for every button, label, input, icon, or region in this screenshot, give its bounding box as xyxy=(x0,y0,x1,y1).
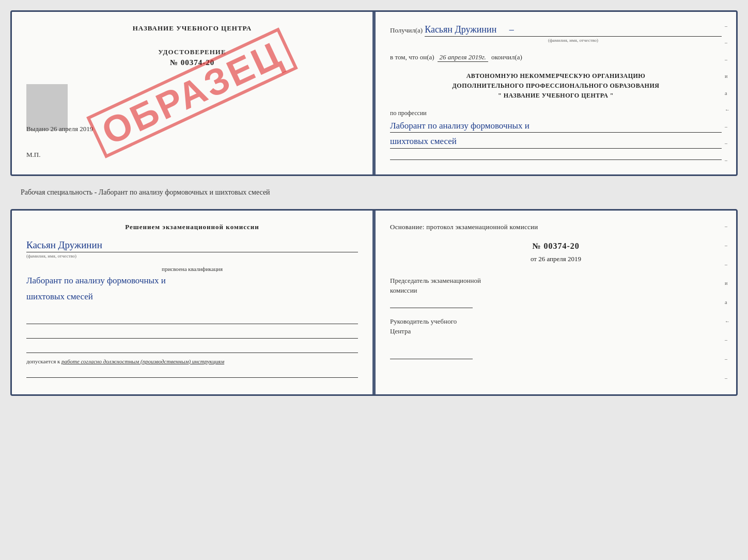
bottom-cert-left-page: Решением экзаменационной комиссии Касьян… xyxy=(12,211,376,394)
predsedatel-line1: Председатель экзаменационной xyxy=(390,276,722,286)
osnovanie-title: Основание: протокол экзаменационной коми… xyxy=(390,223,722,231)
page-wrapper: НАЗВАНИЕ УЧЕБНОГО ЦЕНТРА УДОСТОВЕРЕНИЕ №… xyxy=(10,10,738,396)
right-side-labels: – – – и а ← – – – xyxy=(725,12,731,174)
hor-line-2 xyxy=(26,328,358,339)
obrazec-stamp: ОБРАЗЕЦ xyxy=(86,28,298,159)
avt-block: АВТОНОМНУЮ НЕКОММЕРЧЕСКУЮ ОРГАНИЗАЦИЮ ДО… xyxy=(390,71,722,101)
rukovoditel-line2: Центра xyxy=(390,326,722,337)
top-cert-left-page: НАЗВАНИЕ УЧЕБНОГО ЦЕНТРА УДОСТОВЕРЕНИЕ №… xyxy=(12,12,376,174)
ot-label: от xyxy=(531,255,537,263)
fio-subtitle: (фамилия, имя, отчество) xyxy=(425,38,722,43)
bottom-right-side-labels: – – – и а ← – – – xyxy=(725,211,731,394)
fio-sub-bottom: (фамилия, имя, отчество) xyxy=(26,253,358,259)
predsedatel-block: Председатель экзаменационной комиссии xyxy=(390,276,722,308)
kasyan-name-bottom: Касьян Дружинин xyxy=(26,239,358,252)
kvali-line2: шихтовых смесей xyxy=(26,290,358,303)
vydano-line: Выдано 26 апреля 2019 xyxy=(26,125,93,133)
rukovoditel-signature-line xyxy=(390,347,473,359)
separator-text: Рабочая специальность - Лаборант по анал… xyxy=(10,184,738,201)
professiya-line2: шихтовых смесей xyxy=(390,135,722,149)
top-cert-right-page: Получил(a) Касьян Дружинин – (фамилия, и… xyxy=(376,12,736,174)
poluchil-label: Получил(a) xyxy=(390,26,423,35)
udost-label: УДОСТОВЕРЕНИЕ xyxy=(158,48,226,56)
vydano-label: Выдано xyxy=(26,125,49,133)
professiya-line1: Лаборант по анализу формовочных и xyxy=(390,119,722,133)
dopuskaetsya-prefix: допускается к xyxy=(26,358,60,364)
prisvoena-label: присвоена квалификация xyxy=(26,266,358,272)
professiya-underline xyxy=(390,151,722,160)
hor-line-3 xyxy=(26,343,358,353)
resheniem-title: Решением экзаменационной комиссии xyxy=(26,223,358,231)
vydano-date: 26 апреля 2019 xyxy=(51,125,93,133)
avt-line1: АВТОНОМНУЮ НЕКОММЕРЧЕСКУЮ ОРГАНИЗАЦИЮ xyxy=(390,71,722,81)
dopuskaetsya-text: допускается к работе согласно должностны… xyxy=(26,358,358,364)
bottom-underlines xyxy=(26,314,358,353)
rukovoditel-block: Руководитель учебного Центра xyxy=(390,316,722,359)
vtom-prefix: в том, что он(а) xyxy=(390,53,434,61)
photo-placeholder xyxy=(26,84,68,131)
protokol-ot: от 26 апреля 2019 xyxy=(390,255,722,263)
predsedatel-signature-line xyxy=(390,296,473,308)
bottom-cert-right-page: Основание: протокол экзаменационной коми… xyxy=(376,211,736,394)
udostoverenie-block: УДОСТОВЕРЕНИЕ № 00374-20 xyxy=(26,48,358,67)
poluchil-name: Касьян Дружинин – xyxy=(425,24,722,37)
vtom-date: 26 апреля 2019г. xyxy=(438,53,488,62)
udost-number: № 00374-20 xyxy=(170,58,214,67)
rukovoditel-line1: Руководитель учебного xyxy=(390,316,722,327)
mp-label: М.П. xyxy=(26,151,40,159)
okonchil-label: окончил(а) xyxy=(491,53,522,61)
protokol-number: № 00374-20 xyxy=(390,242,722,251)
hor-line-4 xyxy=(26,367,358,378)
kvali-line1: Лаборант по анализу формовочных и xyxy=(26,274,358,287)
predsedatel-line2: комиссии xyxy=(390,285,722,296)
bottom-certificate-book: Решением экзаменационной комиссии Касьян… xyxy=(10,209,738,396)
avt-name: " НАЗВАНИЕ УЧЕБНОГО ЦЕНТРА " xyxy=(390,91,722,101)
hor-line-1 xyxy=(26,314,358,324)
dopusk-text: работе согласно должностным (производств… xyxy=(61,358,224,364)
ot-date: 26 апреля 2019 xyxy=(538,255,581,263)
po-professii-label: по профессии xyxy=(390,109,722,117)
cert-title: НАЗВАНИЕ УЧЕБНОГО ЦЕНТРА xyxy=(26,24,358,33)
avt-line2: ДОПОЛНИТЕЛЬНОГО ПРОФЕССИОНАЛЬНОГО ОБРАЗО… xyxy=(390,81,722,91)
poluchil-line: Получил(a) Касьян Дружинин – (фамилия, и… xyxy=(390,24,722,43)
vtom-line: в том, что он(а) 26 апреля 2019г. окончи… xyxy=(390,53,722,62)
top-certificate-book: НАЗВАНИЕ УЧЕБНОГО ЦЕНТРА УДОСТОВЕРЕНИЕ №… xyxy=(10,10,738,176)
